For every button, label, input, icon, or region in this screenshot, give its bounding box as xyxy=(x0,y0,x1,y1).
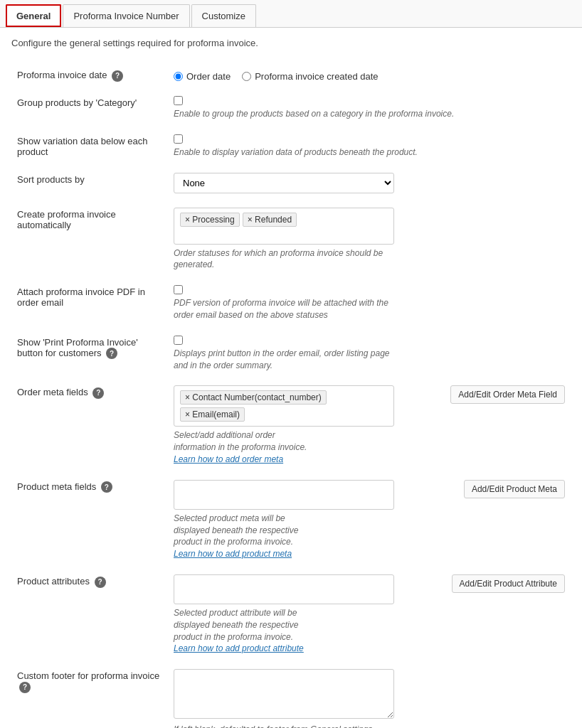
order-date-label: Order date xyxy=(186,71,231,82)
product-meta-fields-label: Product meta fields xyxy=(17,481,96,492)
create-proforma-label: Create proforma invoice automatically xyxy=(17,209,116,230)
proforma-date-radio-group: Order date Proforma invoice created date xyxy=(174,68,565,82)
product-attributes-input-area[interactable] xyxy=(174,574,394,604)
tab-general[interactable]: General xyxy=(6,4,61,27)
proforma-created-date-label: Proforma invoice created date xyxy=(255,71,378,82)
tab-proforma-invoice-number[interactable]: Proforma Invoice Number xyxy=(63,4,189,27)
group-products-helper: Enable to group the products based on a … xyxy=(174,108,454,120)
tabs-bar: General Proforma Invoice Number Customiz… xyxy=(0,0,582,28)
attach-pdf-checkbox[interactable] xyxy=(174,285,183,294)
sort-products-select[interactable]: None xyxy=(174,173,394,193)
proforma-created-date-radio-label[interactable]: Proforma invoice created date xyxy=(242,71,378,82)
add-edit-order-meta-field-btn[interactable]: Add/Edit Order Meta Field xyxy=(450,385,565,404)
intro-text: Configure the general settings required … xyxy=(11,38,571,48)
product-meta-fields-help-icon[interactable]: ? xyxy=(101,481,112,493)
custom-footer-helper: If left blank, defaulted to footer from … xyxy=(174,724,565,728)
row-product-attributes: Product attributes ? Selected product at… xyxy=(11,567,571,662)
proforma-created-date-radio[interactable] xyxy=(242,72,251,81)
create-proforma-helper: Order statuses for which an proforma inv… xyxy=(174,247,394,272)
order-meta-fields-label: Order meta fields xyxy=(17,387,88,397)
product-attribute-learn-link[interactable]: Learn how to add product attribute xyxy=(174,643,304,653)
show-variation-checkbox[interactable] xyxy=(174,134,183,144)
row-create-proforma: Create proforma invoice automatically × … xyxy=(11,200,571,279)
show-variation-helper: Enable to display variation data of prod… xyxy=(174,146,418,159)
row-order-meta-fields: Order meta fields ? × Contact Number(con… xyxy=(11,378,571,472)
group-products-label: Group products by 'Category' xyxy=(17,97,137,108)
order-meta-fields-help-icon[interactable]: ? xyxy=(92,387,104,399)
attach-pdf-label: Attach proforma invoice PDF in order ema… xyxy=(17,287,145,308)
sort-products-label: Sort products by xyxy=(17,174,85,185)
custom-footer-help-icon[interactable]: ? xyxy=(19,682,31,693)
order-date-radio[interactable] xyxy=(174,72,183,81)
row-sort-products: Sort products by None xyxy=(11,166,571,200)
add-edit-product-meta-btn[interactable]: Add/Edit Product Meta xyxy=(464,480,565,498)
refunded-tag: × Refunded xyxy=(243,213,297,227)
row-product-meta-fields: Product meta fields ? Selected product m… xyxy=(11,473,571,567)
custom-footer-textarea[interactable] xyxy=(174,669,394,719)
settings-content: Configure the general settings required … xyxy=(0,28,582,728)
order-meta-fields-helper: Select/add additional order information … xyxy=(174,429,309,465)
proforma-invoice-date-label: Proforma invoice date xyxy=(17,70,107,80)
product-meta-fields-input-area[interactable] xyxy=(174,480,394,510)
show-print-button-checkbox[interactable] xyxy=(174,336,183,345)
product-meta-learn-link[interactable]: Learn how to add product meta xyxy=(174,549,292,559)
product-attributes-row: Selected product attribute will be displ… xyxy=(174,574,565,655)
product-meta-fields-helper: Selected product meta will be displayed … xyxy=(174,513,309,560)
product-attributes-label: Product attributes xyxy=(17,576,90,587)
show-print-button-help-icon[interactable]: ? xyxy=(106,348,117,359)
show-variation-label: Show variation data below each product xyxy=(17,136,148,157)
contact-number-tag: × Contact Number(contact_number) xyxy=(180,390,327,405)
product-attributes-help-icon[interactable]: ? xyxy=(95,577,106,588)
show-print-button-label: Show 'Print Proforma Invoice' button for… xyxy=(17,337,138,358)
product-attributes-helper: Selected product attribute will be displ… xyxy=(174,607,309,655)
custom-footer-label: Custom footer for proforma invoice xyxy=(17,670,159,681)
order-meta-fields-row: × Contact Number(contact_number) × Email… xyxy=(174,385,565,465)
row-proforma-invoice-date: Proforma invoice date ? Order date Profo… xyxy=(11,61,571,89)
attach-pdf-helper: PDF version of proforma invoice will be … xyxy=(174,297,394,321)
row-show-variation: Show variation data below each product E… xyxy=(11,127,571,166)
row-attach-pdf: Attach proforma invoice PDF in order ema… xyxy=(11,278,571,328)
email-tag: × Email(email) xyxy=(180,407,245,422)
row-group-products: Group products by 'Category' Enable to g… xyxy=(11,89,571,127)
group-products-checkbox[interactable] xyxy=(174,96,183,105)
page-wrapper: General Proforma Invoice Number Customiz… xyxy=(0,0,582,728)
order-date-radio-label[interactable]: Order date xyxy=(174,71,231,82)
add-edit-product-attribute-btn[interactable]: Add/Edit Product Attribute xyxy=(452,574,565,593)
proforma-invoice-date-help-icon[interactable]: ? xyxy=(112,70,123,82)
settings-table: Proforma invoice date ? Order date Profo… xyxy=(11,61,571,728)
row-show-print-button: Show 'Print Proforma Invoice' button for… xyxy=(11,328,571,379)
row-custom-footer: Custom footer for proforma invoice ? If … xyxy=(11,662,571,728)
tab-customize[interactable]: Customize xyxy=(191,4,256,27)
product-meta-fields-row: Selected product meta will be displayed … xyxy=(174,480,565,560)
processing-tag: × Processing xyxy=(180,213,240,227)
order-meta-fields-tags-area[interactable]: × Contact Number(contact_number) × Email… xyxy=(174,385,394,427)
show-print-button-helper: Displays print button in the order email… xyxy=(174,348,394,372)
create-proforma-tags-area[interactable]: × Processing × Refunded xyxy=(174,208,394,245)
order-meta-learn-link[interactable]: Learn how to add order meta xyxy=(174,454,283,464)
